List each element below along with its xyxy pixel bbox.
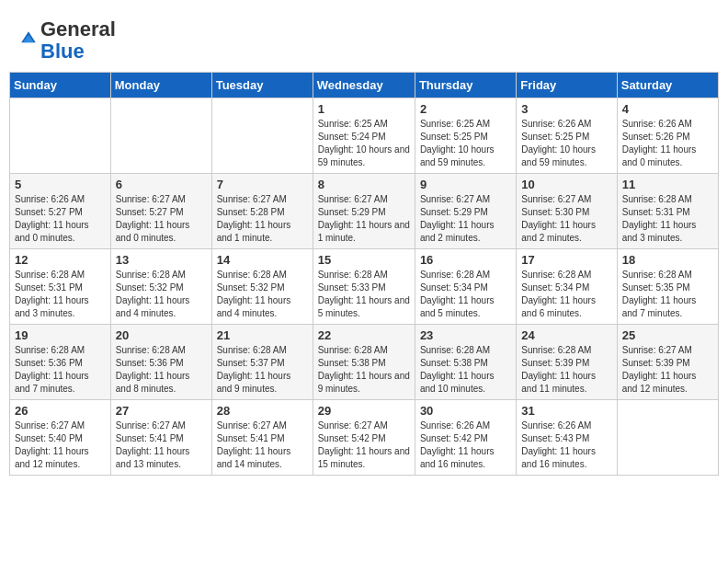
day-info: Sunrise: 6:28 AM Sunset: 5:37 PM Dayligh… bbox=[217, 344, 308, 396]
calendar-cell: 16Sunrise: 6:28 AM Sunset: 5:34 PM Dayli… bbox=[415, 249, 516, 325]
calendar-cell: 28Sunrise: 6:27 AM Sunset: 5:41 PM Dayli… bbox=[211, 400, 313, 476]
day-info: Sunrise: 6:25 AM Sunset: 5:24 PM Dayligh… bbox=[318, 118, 410, 169]
weekday-header-saturday: Saturday bbox=[617, 73, 718, 98]
day-number: 29 bbox=[318, 404, 410, 418]
day-info: Sunrise: 6:27 AM Sunset: 5:30 PM Dayligh… bbox=[521, 193, 611, 245]
day-number: 1 bbox=[318, 102, 410, 116]
day-number: 12 bbox=[15, 253, 106, 267]
day-number: 5 bbox=[15, 178, 106, 191]
calendar-cell: 10Sunrise: 6:27 AM Sunset: 5:30 PM Dayli… bbox=[517, 174, 617, 249]
day-info: Sunrise: 6:28 AM Sunset: 5:38 PM Dayligh… bbox=[318, 344, 410, 396]
weekday-header-monday: Monday bbox=[110, 73, 211, 98]
calendar-cell: 29Sunrise: 6:27 AM Sunset: 5:42 PM Dayli… bbox=[313, 400, 415, 476]
calendar-cell: 26Sunrise: 6:27 AM Sunset: 5:40 PM Dayli… bbox=[10, 400, 111, 476]
calendar-cell: 24Sunrise: 6:28 AM Sunset: 5:39 PM Dayli… bbox=[517, 325, 617, 400]
day-number: 7 bbox=[217, 178, 308, 191]
calendar-week-row: 1Sunrise: 6:25 AM Sunset: 5:24 PM Daylig… bbox=[10, 98, 719, 174]
day-number: 10 bbox=[521, 178, 611, 191]
day-info: Sunrise: 6:28 AM Sunset: 5:36 PM Dayligh… bbox=[116, 344, 207, 396]
day-number: 17 bbox=[521, 253, 611, 267]
day-number: 24 bbox=[521, 328, 611, 342]
day-info: Sunrise: 6:28 AM Sunset: 5:36 PM Dayligh… bbox=[15, 344, 106, 396]
day-number: 14 bbox=[217, 253, 308, 267]
weekday-header-sunday: Sunday bbox=[10, 73, 111, 98]
weekday-header-thursday: Thursday bbox=[415, 73, 516, 98]
calendar-cell: 20Sunrise: 6:28 AM Sunset: 5:36 PM Dayli… bbox=[110, 325, 211, 400]
weekday-header-tuesday: Tuesday bbox=[211, 73, 313, 98]
day-number: 27 bbox=[116, 404, 207, 418]
calendar-cell: 7Sunrise: 6:27 AM Sunset: 5:28 PM Daylig… bbox=[211, 174, 313, 249]
calendar-body: 1Sunrise: 6:25 AM Sunset: 5:24 PM Daylig… bbox=[10, 98, 719, 476]
calendar-cell: 5Sunrise: 6:26 AM Sunset: 5:27 PM Daylig… bbox=[10, 174, 111, 249]
calendar-cell: 17Sunrise: 6:28 AM Sunset: 5:34 PM Dayli… bbox=[517, 249, 617, 325]
day-info: Sunrise: 6:27 AM Sunset: 5:28 PM Dayligh… bbox=[217, 193, 308, 245]
day-number: 23 bbox=[420, 328, 511, 342]
day-info: Sunrise: 6:27 AM Sunset: 5:39 PM Dayligh… bbox=[622, 344, 713, 396]
day-number: 21 bbox=[217, 328, 308, 342]
day-info: Sunrise: 6:27 AM Sunset: 5:41 PM Dayligh… bbox=[217, 419, 308, 471]
day-info: Sunrise: 6:27 AM Sunset: 5:29 PM Dayligh… bbox=[318, 193, 410, 245]
day-number: 11 bbox=[622, 178, 713, 191]
calendar-cell bbox=[617, 400, 718, 476]
calendar-week-row: 5Sunrise: 6:26 AM Sunset: 5:27 PM Daylig… bbox=[10, 174, 719, 249]
day-info: Sunrise: 6:26 AM Sunset: 5:42 PM Dayligh… bbox=[420, 419, 511, 471]
day-number: 8 bbox=[318, 178, 410, 191]
calendar-cell: 6Sunrise: 6:27 AM Sunset: 5:27 PM Daylig… bbox=[110, 174, 211, 249]
day-info: Sunrise: 6:27 AM Sunset: 5:27 PM Dayligh… bbox=[116, 193, 207, 245]
calendar-table: SundayMondayTuesdayWednesdayThursdayFrid… bbox=[9, 72, 719, 476]
logo-general-text: General bbox=[40, 17, 116, 40]
calendar-week-row: 12Sunrise: 6:28 AM Sunset: 5:31 PM Dayli… bbox=[10, 249, 719, 325]
day-number: 9 bbox=[420, 178, 511, 191]
weekday-header-friday: Friday bbox=[517, 73, 617, 98]
day-info: Sunrise: 6:27 AM Sunset: 5:40 PM Dayligh… bbox=[15, 419, 106, 471]
day-number: 4 bbox=[622, 102, 713, 116]
day-number: 19 bbox=[15, 328, 106, 342]
weekday-header-row: SundayMondayTuesdayWednesdayThursdayFrid… bbox=[10, 73, 719, 98]
day-info: Sunrise: 6:28 AM Sunset: 5:33 PM Dayligh… bbox=[318, 269, 410, 320]
day-info: Sunrise: 6:28 AM Sunset: 5:39 PM Dayligh… bbox=[521, 344, 611, 396]
calendar-week-row: 19Sunrise: 6:28 AM Sunset: 5:36 PM Dayli… bbox=[10, 325, 719, 400]
calendar-cell: 22Sunrise: 6:28 AM Sunset: 5:38 PM Dayli… bbox=[313, 325, 415, 400]
day-number: 3 bbox=[521, 102, 611, 116]
day-number: 18 bbox=[622, 253, 713, 267]
day-info: Sunrise: 6:27 AM Sunset: 5:29 PM Dayligh… bbox=[420, 193, 511, 245]
calendar-cell: 14Sunrise: 6:28 AM Sunset: 5:32 PM Dayli… bbox=[211, 249, 313, 325]
calendar-cell bbox=[211, 98, 313, 174]
day-number: 31 bbox=[521, 404, 611, 418]
day-info: Sunrise: 6:28 AM Sunset: 5:34 PM Dayligh… bbox=[521, 269, 611, 320]
day-info: Sunrise: 6:28 AM Sunset: 5:32 PM Dayligh… bbox=[116, 269, 207, 320]
calendar-cell: 11Sunrise: 6:28 AM Sunset: 5:31 PM Dayli… bbox=[617, 174, 718, 249]
calendar-cell: 23Sunrise: 6:28 AM Sunset: 5:38 PM Dayli… bbox=[415, 325, 516, 400]
day-info: Sunrise: 6:26 AM Sunset: 5:25 PM Dayligh… bbox=[521, 118, 611, 169]
weekday-header-wednesday: Wednesday bbox=[313, 73, 415, 98]
logo: General Blue bbox=[18, 18, 116, 63]
page-header: General Blue bbox=[9, 9, 719, 67]
calendar-cell: 21Sunrise: 6:28 AM Sunset: 5:37 PM Dayli… bbox=[211, 325, 313, 400]
day-number: 30 bbox=[420, 404, 511, 418]
calendar-cell: 31Sunrise: 6:26 AM Sunset: 5:43 PM Dayli… bbox=[517, 400, 617, 476]
day-number: 26 bbox=[15, 404, 106, 418]
calendar-cell: 19Sunrise: 6:28 AM Sunset: 5:36 PM Dayli… bbox=[10, 325, 111, 400]
calendar-cell: 25Sunrise: 6:27 AM Sunset: 5:39 PM Dayli… bbox=[617, 325, 718, 400]
day-info: Sunrise: 6:28 AM Sunset: 5:35 PM Dayligh… bbox=[622, 269, 713, 320]
day-info: Sunrise: 6:26 AM Sunset: 5:26 PM Dayligh… bbox=[622, 118, 713, 169]
calendar-cell: 15Sunrise: 6:28 AM Sunset: 5:33 PM Dayli… bbox=[313, 249, 415, 325]
day-number: 28 bbox=[217, 404, 308, 418]
calendar-cell: 3Sunrise: 6:26 AM Sunset: 5:25 PM Daylig… bbox=[517, 98, 617, 174]
day-number: 6 bbox=[116, 178, 207, 191]
day-info: Sunrise: 6:28 AM Sunset: 5:31 PM Dayligh… bbox=[15, 269, 106, 320]
calendar-cell: 9Sunrise: 6:27 AM Sunset: 5:29 PM Daylig… bbox=[415, 174, 516, 249]
calendar-week-row: 26Sunrise: 6:27 AM Sunset: 5:40 PM Dayli… bbox=[10, 400, 719, 476]
day-info: Sunrise: 6:28 AM Sunset: 5:32 PM Dayligh… bbox=[217, 269, 308, 320]
day-info: Sunrise: 6:27 AM Sunset: 5:42 PM Dayligh… bbox=[318, 419, 410, 471]
calendar-cell: 27Sunrise: 6:27 AM Sunset: 5:41 PM Dayli… bbox=[110, 400, 211, 476]
calendar-cell: 18Sunrise: 6:28 AM Sunset: 5:35 PM Dayli… bbox=[617, 249, 718, 325]
day-info: Sunrise: 6:28 AM Sunset: 5:31 PM Dayligh… bbox=[622, 193, 713, 245]
day-info: Sunrise: 6:28 AM Sunset: 5:38 PM Dayligh… bbox=[420, 344, 511, 396]
day-info: Sunrise: 6:28 AM Sunset: 5:34 PM Dayligh… bbox=[420, 269, 511, 320]
calendar-cell: 1Sunrise: 6:25 AM Sunset: 5:24 PM Daylig… bbox=[313, 98, 415, 174]
day-number: 25 bbox=[622, 328, 713, 342]
day-number: 16 bbox=[420, 253, 511, 267]
day-info: Sunrise: 6:25 AM Sunset: 5:25 PM Dayligh… bbox=[420, 118, 511, 169]
day-info: Sunrise: 6:26 AM Sunset: 5:43 PM Dayligh… bbox=[521, 419, 611, 471]
